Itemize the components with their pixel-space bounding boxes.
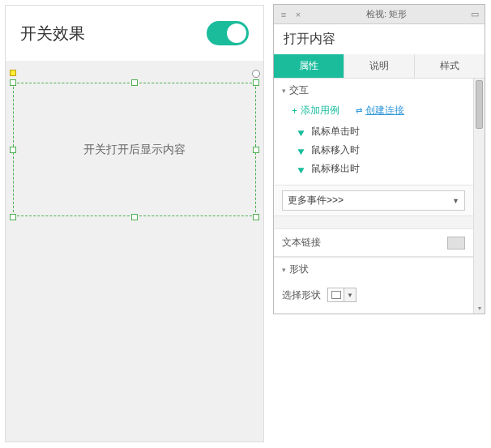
section-shape[interactable]: ▾ 形状 <box>274 257 473 281</box>
add-case-label: 添加用例 <box>301 104 339 117</box>
selected-widget[interactable]: 开关打开后显示内容 <box>13 77 256 223</box>
scrollbar-thumb[interactable] <box>476 80 483 129</box>
more-events-row: 更多事件>>> ▼ <box>274 185 473 216</box>
resize-handle-mr[interactable] <box>253 147 259 153</box>
text-link-label: 文本链接 <box>282 236 321 250</box>
rotate-handle[interactable] <box>252 70 260 78</box>
more-events-dropdown[interactable]: 更多事件>>> ▼ <box>282 190 465 211</box>
tab-properties[interactable]: 属性 <box>274 54 344 78</box>
resize-handle-ml[interactable] <box>10 147 16 153</box>
resize-handle-tm[interactable] <box>131 79 138 86</box>
link-icon: ⇄ <box>356 106 362 115</box>
event-icon <box>298 147 306 155</box>
resize-handle-br[interactable] <box>253 214 259 220</box>
inspector-title: 检视: 矩形 <box>303 8 470 20</box>
canvas-area: 开关效果 开关打开后显示内容 <box>5 5 264 442</box>
rectangle-icon <box>328 288 344 301</box>
scrollbar[interactable]: ▾ <box>473 79 485 314</box>
chevron-down-icon: ▼ <box>452 197 459 205</box>
event-mouseenter[interactable]: 鼠标移入时 <box>298 141 465 160</box>
more-events-label: 更多事件>>> <box>288 194 344 207</box>
shape-row: 选择形状 ▼ <box>274 281 473 314</box>
event-icon <box>298 165 306 173</box>
scroll-down-icon[interactable]: ▾ <box>474 302 485 314</box>
spacer <box>274 216 473 229</box>
tab-notes[interactable]: 说明 <box>344 54 415 78</box>
event-label: 鼠标单击时 <box>311 125 360 139</box>
resize-handle-bl[interactable] <box>10 214 16 220</box>
chevron-down-icon: ▾ <box>282 87 286 95</box>
plus-icon: + <box>292 105 297 117</box>
canvas-title: 开关效果 <box>20 23 85 45</box>
event-icon <box>298 128 306 136</box>
inspector-body: ▾ 交互 + 添加用例 ⇄ 创建连接 鼠标单击时 <box>274 79 485 314</box>
event-list: 鼠标单击时 鼠标移入时 鼠标移出时 <box>274 122 473 185</box>
section-text-link: 文本链接 <box>274 229 473 257</box>
section-label: 形状 <box>289 262 309 276</box>
add-case-button[interactable]: + 添加用例 <box>292 104 339 117</box>
widget-label: 开关打开后显示内容 <box>83 143 186 157</box>
create-link-label: 创建连接 <box>365 104 404 117</box>
event-label: 鼠标移出时 <box>311 162 360 176</box>
corner-marker-icon <box>10 70 16 76</box>
interaction-actions: + 添加用例 ⇄ 创建连接 <box>274 102 473 122</box>
resize-handle-tr[interactable] <box>253 79 259 86</box>
widget-name: 打开内容 <box>284 32 335 45</box>
create-link-button[interactable]: ⇄ 创建连接 <box>356 104 404 117</box>
event-mouseleave[interactable]: 鼠标移出时 <box>298 160 465 178</box>
doc-icon[interactable]: ▭ <box>470 10 480 19</box>
resize-handle-bm[interactable] <box>131 214 138 220</box>
close-icon[interactable]: × <box>293 10 303 19</box>
selection-box[interactable]: 开关打开后显示内容 <box>13 83 256 216</box>
widget-name-row[interactable]: 打开内容 <box>274 24 485 54</box>
text-link-button[interactable] <box>447 237 465 250</box>
section-interactions[interactable]: ▾ 交互 <box>274 79 473 102</box>
shape-select[interactable]: ▼ <box>327 288 357 302</box>
section-label: 交互 <box>289 83 309 97</box>
shape-label: 选择形状 <box>282 288 321 302</box>
inspector-tabs: 属性 说明 样式 <box>274 54 485 79</box>
canvas-header: 开关效果 <box>6 6 263 61</box>
chevron-down-icon: ▼ <box>344 288 356 301</box>
collapse-icon[interactable]: ≡ <box>279 10 288 19</box>
event-label: 鼠标移入时 <box>311 143 360 157</box>
resize-handle-tl[interactable] <box>10 79 16 86</box>
event-click[interactable]: 鼠标单击时 <box>298 122 465 141</box>
chevron-down-icon: ▾ <box>282 266 286 274</box>
inspector-titlebar[interactable]: ≡ × 检视: 矩形 ▭ <box>274 5 485 24</box>
inspector-panel: ≡ × 检视: 矩形 ▭ 打开内容 属性 说明 样式 ▾ 交互 + 添加用例 <box>273 4 485 314</box>
toggle-switch[interactable] <box>207 21 249 45</box>
tab-style[interactable]: 样式 <box>415 54 485 78</box>
